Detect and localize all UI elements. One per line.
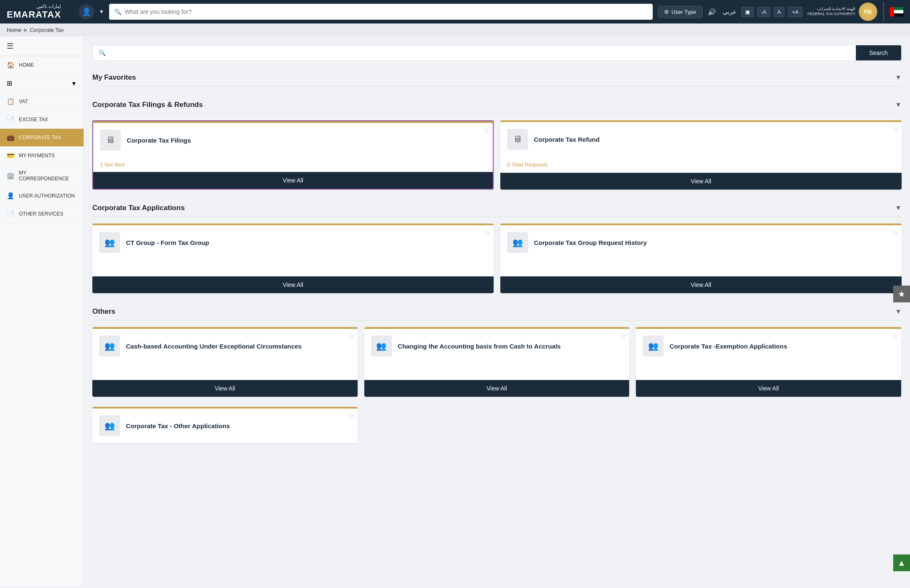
refund-card-title: Corporate Tax Refund [534, 136, 599, 143]
logo-en: EMARATAX [7, 9, 61, 20]
sidebar-item-vat[interactable]: 📋 VAT [0, 93, 84, 111]
card-top-left-history: 👥 Corporate Tax Group Request History [507, 232, 647, 253]
user-type-button[interactable]: ⚙ User Type [658, 6, 703, 18]
card-top-basis: 👥 Changing the Accounting basis from Cas… [364, 329, 630, 363]
other-app-icon: 👥 [99, 415, 120, 436]
applications-title: Corporate Tax Applications [92, 204, 185, 212]
exemption-status [636, 363, 901, 380]
payments-icon: 💳 [7, 152, 15, 159]
others-cards: 👥 Cash-based Accounting Under Exceptiona… [92, 327, 902, 397]
card-top-refund: 🖥 Corporate Tax Refund ☆ [500, 122, 902, 156]
ct-group-status [92, 260, 494, 276]
my-favorites-collapse-button[interactable]: ▼ [895, 74, 902, 81]
history-star-icon[interactable]: ☆ [892, 229, 898, 237]
card-top-left-cash: 👥 Cash-based Accounting Under Exceptiona… [99, 336, 302, 356]
refund-card-icon: 🖥 [507, 129, 528, 150]
search-submit-button[interactable]: Search [856, 45, 901, 60]
sidebar-label-excise-tax: EXCISE TAX [19, 117, 48, 122]
history-icon: 👥 [507, 232, 528, 253]
other-services-icon: 📄 [7, 210, 15, 218]
content-search-input[interactable] [112, 45, 856, 60]
correspondence-icon: 🏢 [7, 172, 15, 180]
ct-group-star-icon[interactable]: ☆ [484, 229, 490, 237]
font-normal-button[interactable]: A [774, 7, 785, 17]
card-top-left-other-app: 👥 Corporate Tax - Other Applications [99, 415, 230, 436]
ct-group-title: CT Group - Form Tax Group [126, 239, 209, 246]
others-collapse-button[interactable]: ▼ [895, 308, 902, 315]
sidebar-item-other-services[interactable]: 📄 OTHER SERVICES [0, 205, 84, 223]
sidebar-apps-toggle[interactable]: ⊞ ▼ [0, 74, 84, 93]
basis-star-icon[interactable]: ☆ [620, 332, 626, 340]
contrast-button[interactable]: ▣ [741, 7, 754, 17]
uae-flag [890, 7, 903, 16]
basis-view-all-button[interactable]: View All [364, 380, 630, 397]
logo-arabic: إمارات تاكس EMARATAX [7, 4, 61, 20]
filings-star-icon[interactable]: ☆ [484, 126, 489, 134]
my-favorites-header: My Favorites ▼ [92, 69, 902, 86]
sidebar-label-corporate-tax: CORPORATE TAX [19, 135, 61, 140]
breadcrumb-current: Corporate Tax [30, 27, 64, 33]
applications-collapse-button[interactable]: ▼ [895, 204, 902, 212]
filings-view-all-button[interactable]: View All [93, 172, 493, 189]
filings-refunds-collapse-button[interactable]: ▼ [895, 101, 902, 109]
audio-button[interactable]: 🔊 [706, 6, 718, 18]
history-view-all-button[interactable]: View All [500, 276, 902, 293]
others-section: Others ▼ 👥 Cash-based Accounting Under E… [92, 303, 902, 397]
sidebar-item-excise-tax[interactable]: 📄 EXCISE TAX [0, 111, 84, 129]
user-chevron-button[interactable]: ▼ [99, 9, 104, 15]
cash-view-all-button[interactable]: View All [92, 380, 358, 397]
refund-view-all-button[interactable]: View All [500, 173, 902, 190]
header-actions: ⚙ User Type 🔊 عربي ▣ -A A +A [658, 6, 803, 18]
breadcrumb-home[interactable]: Home [7, 27, 21, 33]
sidebar-hamburger[interactable]: ☰ [0, 36, 84, 56]
refund-status: 0 Total Requests [500, 156, 902, 173]
my-favorites-title: My Favorites [92, 73, 136, 82]
sidebar-item-my-correspondence[interactable]: 🏢 MY CORRESPONDENCE [0, 165, 84, 187]
scroll-top-button[interactable]: ▲ [893, 554, 910, 571]
sidebar-item-home[interactable]: 🏠 HOME [0, 56, 84, 74]
header-search-input[interactable] [125, 8, 648, 15]
fta-emblem: FTA [859, 3, 877, 21]
content-search-icon: 🔍 [93, 45, 112, 60]
exemption-star-icon[interactable]: ☆ [892, 332, 898, 340]
logo-area: إمارات تاكس EMARATAX [7, 4, 74, 20]
floating-star-button[interactable]: ★ [893, 286, 910, 302]
other-applications-cards: 👥 Corporate Tax - Other Applications ☆ [92, 407, 902, 443]
other-app-star-icon[interactable]: ☆ [348, 412, 354, 420]
my-favorites-section: My Favorites ▼ [92, 69, 902, 86]
card-corporate-tax-filings: 🖥 Corporate Tax Filings ☆ 1 Not filed Vi… [92, 120, 494, 190]
others-title: Others [92, 307, 115, 316]
user-avatar-button[interactable]: 👤 [79, 4, 94, 19]
basis-title: Changing the Accounting basis from Cash … [398, 343, 561, 350]
fta-logo: الهيئة الاتحادية للضرائب FEDERAL TAX AUT… [808, 3, 903, 21]
apps-chevron: ▼ [71, 80, 77, 87]
font-increase-button[interactable]: +A [788, 7, 802, 17]
filings-refunds-section: Corporate Tax Filings & Refunds ▼ 🖥 Corp… [92, 96, 902, 190]
sidebar-label-my-payments: MY PAYMENTS [19, 153, 55, 159]
others-header: Others ▼ [92, 303, 902, 320]
exemption-icon: 👥 [643, 336, 664, 356]
card-top-ct-group: 👥 CT Group - Form Tax Group ☆ [92, 225, 494, 260]
refund-star-icon[interactable]: ☆ [892, 125, 898, 133]
card-cash-accounting: 👥 Cash-based Accounting Under Exceptiona… [92, 327, 358, 397]
corporate-tax-icon: 💼 [7, 134, 15, 141]
ct-group-view-all-button[interactable]: View All [92, 276, 494, 293]
basis-status [364, 363, 630, 380]
applications-header: Corporate Tax Applications ▼ [92, 200, 902, 217]
card-top-cash: 👥 Cash-based Accounting Under Exceptiona… [92, 329, 358, 363]
other-app-title: Corporate Tax - Other Applications [126, 422, 230, 429]
sidebar-item-corporate-tax[interactable]: 💼 CORPORATE TAX [0, 129, 84, 147]
history-title: Corporate Tax Group Request History [534, 239, 647, 246]
ct-group-icon: 👥 [99, 232, 120, 253]
sidebar-item-user-authorization[interactable]: 👤 USER AUTHORIZATION [0, 187, 84, 205]
font-decrease-button[interactable]: -A [757, 7, 770, 17]
sidebar-item-my-payments[interactable]: 💳 MY PAYMENTS [0, 147, 84, 165]
filings-refunds-header: Corporate Tax Filings & Refunds ▼ [92, 96, 902, 114]
arabic-language-button[interactable]: عربي [721, 7, 738, 17]
breadcrumb: Home ▶ Corporate Tax [0, 23, 910, 36]
main-content: 🔍 Search My Favorites ▼ Corporate Tax Fi… [84, 36, 910, 586]
exemption-view-all-button[interactable]: View All [636, 380, 901, 397]
home-icon: 🏠 [7, 61, 15, 69]
excise-tax-icon: 📄 [7, 116, 15, 123]
cash-star-icon[interactable]: ☆ [348, 332, 354, 340]
